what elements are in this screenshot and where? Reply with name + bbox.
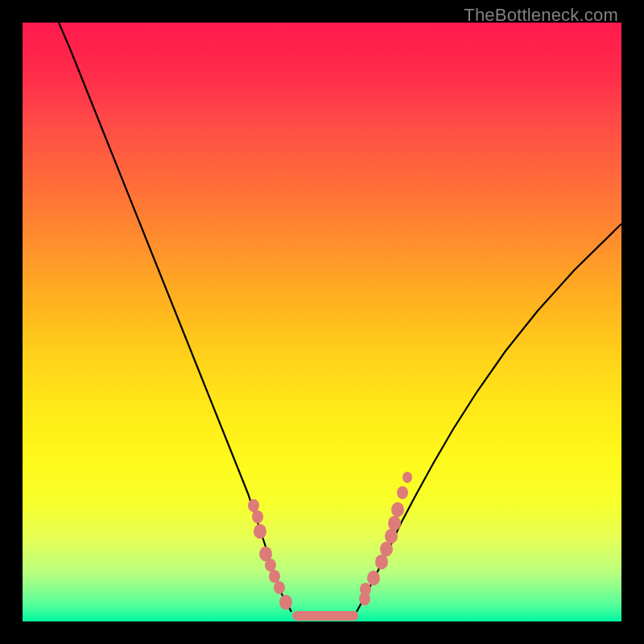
plot-area xyxy=(23,23,621,621)
watermark-text: TheBottleneck.com xyxy=(464,5,618,26)
chart-svg xyxy=(23,23,621,621)
scatter-point xyxy=(385,529,398,543)
scatter-point xyxy=(274,581,285,594)
scatter-point xyxy=(380,542,393,556)
curve-right xyxy=(357,224,621,612)
scatter-point xyxy=(252,510,263,523)
outer-frame: TheBottleneck.com xyxy=(0,0,644,644)
scatter-point xyxy=(391,502,404,517)
scatter-point xyxy=(279,595,292,609)
scatter-point xyxy=(367,571,380,585)
scatter-point xyxy=(254,524,266,539)
scatter-point xyxy=(265,559,276,572)
scatter-point xyxy=(248,499,259,512)
curve-left xyxy=(59,23,291,612)
scatter-markers xyxy=(248,472,412,609)
scatter-point xyxy=(402,472,412,483)
bottom-marker-cluster xyxy=(292,611,358,621)
scatter-point xyxy=(269,570,280,583)
scatter-point xyxy=(388,516,401,530)
scatter-point xyxy=(360,583,371,596)
scatter-point xyxy=(375,555,388,569)
scatter-point xyxy=(397,486,408,499)
